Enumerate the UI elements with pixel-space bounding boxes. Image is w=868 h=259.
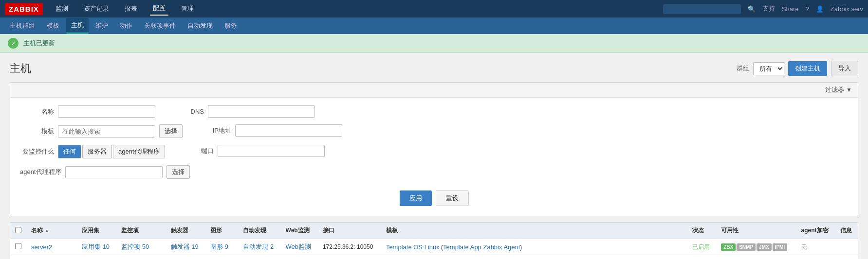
availability-cell: ZBXSNMPJMXIPMI	[716, 239, 796, 255]
template-label: 模板	[20, 127, 54, 136]
agent-select-button[interactable]: 选择	[166, 165, 190, 179]
monitor-agent-button[interactable]: agent代理程序	[113, 145, 165, 158]
avail-badges: ZBXSNMPJMXIPMI	[721, 243, 791, 251]
header-discovery[interactable]: 自动发现	[238, 223, 280, 239]
filter-group-ip: IP地址	[197, 124, 342, 137]
filter-body: 名称 DNS 模板 选择 IP地址	[10, 98, 858, 216]
info-cell	[835, 255, 858, 259]
header-name[interactable]: 名称 ▲	[26, 223, 77, 239]
global-search-input[interactable]	[663, 4, 741, 14]
nav-manage[interactable]: 管理	[178, 2, 197, 15]
ip-input[interactable]	[235, 124, 342, 137]
header-interface[interactable]: 接口	[318, 223, 381, 239]
interface-cell: 172.25.36.2: 10050	[318, 239, 381, 255]
logo: ZABBIX	[5, 3, 43, 15]
nav-monitor[interactable]: 监测	[53, 2, 71, 15]
filter-group-agent: agent代理程序 选择	[20, 165, 190, 179]
avail-badge-zbx: ZBX	[721, 243, 736, 251]
avail-badge-ipmi: IPMI	[773, 243, 788, 251]
table-header-row: 名称 ▲ 应用集 监控项 触发器 图形 自动发现 Web监测 接口 模板 状态 …	[10, 223, 858, 239]
template-cell: Template OS Linux (Template App Zabbix A…	[381, 239, 687, 255]
support-link[interactable]: 支持	[762, 4, 775, 13]
interface-cell: 172.25.36.3: 10050	[318, 255, 381, 259]
top-nav: ZABBIX 监测 资产记录 报表 配置 管理 🔍 支持 Share ? 👤 Z…	[0, 0, 868, 17]
header-appset[interactable]: 应用集	[77, 223, 116, 239]
nav-event-correlation[interactable]: 关联项事件	[139, 18, 181, 33]
filter-toggle[interactable]: 过滤器 ▼	[825, 86, 852, 94]
row-checkbox[interactable]	[15, 243, 21, 249]
template-input[interactable]	[58, 125, 155, 138]
nav-discovery[interactable]: 自动发现	[183, 18, 218, 33]
template-select-button[interactable]: 选择	[159, 124, 183, 138]
web-link[interactable]: Web监测	[286, 243, 312, 250]
apply-button[interactable]: 应用	[400, 190, 432, 206]
header-trigger[interactable]: 触发器	[166, 223, 205, 239]
nav-actions[interactable]: 动作	[115, 18, 137, 33]
dns-input[interactable]	[208, 105, 315, 118]
nav-host-groups[interactable]: 主机群组	[5, 18, 40, 33]
name-input[interactable]	[58, 105, 155, 118]
monitor-any-button[interactable]: 任何	[58, 145, 81, 158]
sort-arrow-name: ▲	[44, 228, 49, 233]
template-link[interactable]: Template OS Linux	[386, 243, 440, 251]
nav-hosts[interactable]: 主机	[66, 18, 89, 34]
info-cell	[835, 239, 858, 255]
alert-bar: ✓ 主机已更新	[0, 34, 868, 53]
nav-reports[interactable]: 报表	[122, 2, 140, 15]
header-availability[interactable]: 可用性	[716, 223, 796, 239]
monitor-item-link[interactable]: 监控项 50	[121, 243, 149, 250]
agent-label: agent代理程序	[20, 168, 61, 176]
graph-link[interactable]: 图形 9	[210, 243, 228, 250]
filter-group-monitor: 要监控什么 任何 服务器 agent代理程序	[20, 145, 165, 158]
nav-services[interactable]: 服务	[220, 18, 242, 33]
user-link[interactable]: 👤	[816, 5, 824, 13]
header-info[interactable]: 信息	[835, 223, 858, 239]
server-name: Zabbix serv	[831, 5, 863, 13]
availability-cell: ZBXSNMPJMXIPMI	[716, 255, 796, 259]
filter-actions: 应用 重设	[20, 186, 848, 208]
host-name-link[interactable]: server2	[31, 243, 52, 251]
template-link[interactable]: Template App Zabbix Agent	[443, 243, 520, 251]
status-badge: 已启用	[692, 243, 710, 250]
name-label: 名称	[20, 107, 54, 116]
filter-group-template: 模板 选择	[20, 124, 183, 138]
filter-icon: ▼	[846, 86, 852, 93]
help-link[interactable]: ?	[806, 5, 809, 13]
share-link[interactable]: Share	[782, 5, 799, 13]
monitor-server-button[interactable]: 服务器	[82, 145, 112, 158]
reset-button[interactable]: 重设	[436, 190, 469, 206]
dns-label: DNS	[170, 108, 204, 115]
select-all-checkbox[interactable]	[15, 227, 21, 233]
header-monitor-item[interactable]: 监控项	[116, 223, 166, 239]
group-select[interactable]: 所有	[753, 62, 784, 75]
group-label: 群组	[737, 64, 749, 73]
filter-row-4: agent代理程序 选择	[20, 165, 848, 179]
import-button[interactable]: 导入	[831, 61, 858, 76]
nav-config[interactable]: 配置	[150, 2, 168, 16]
header-template[interactable]: 模板	[381, 223, 687, 239]
filter-label-text: 过滤器	[825, 86, 844, 94]
filter-group-name: 名称	[20, 105, 155, 118]
discovery-link[interactable]: 自动发现 2	[243, 243, 274, 250]
app-set-link[interactable]: 应用集 10	[82, 243, 110, 250]
search-icon[interactable]: 🔍	[748, 5, 756, 13]
header-encrypt[interactable]: agent加密	[796, 223, 835, 239]
page-title: 主机	[10, 61, 31, 76]
header-status[interactable]: 状态	[687, 223, 716, 239]
create-host-button[interactable]: 创建主机	[788, 61, 827, 76]
alert-text: 主机已更新	[23, 39, 55, 48]
nav-maintenance[interactable]: 维护	[91, 18, 113, 33]
top-nav-right: 🔍 支持 Share ? 👤 Zabbix serv	[663, 4, 863, 14]
nav-templates[interactable]: 模板	[42, 18, 64, 33]
second-nav: 主机群组 模板 主机 维护 动作 关联项事件 自动发现 服务	[0, 17, 868, 34]
filter-group-port: 端口	[180, 145, 325, 157]
nav-assets[interactable]: 资产记录	[81, 2, 112, 15]
port-input[interactable]	[218, 145, 325, 157]
trigger-link[interactable]: 触发器 19	[171, 243, 199, 250]
header-graph[interactable]: 图形	[205, 223, 238, 239]
filter-panel-header: 过滤器 ▼	[10, 83, 858, 98]
table-row: server3应用集 10监控项 46触发器 19图形 8自动发现 2Web监测…	[10, 255, 858, 259]
table-row: server2应用集 10监控项 50触发器 19图形 9自动发现 2Web监测…	[10, 239, 858, 255]
header-web[interactable]: Web监测	[281, 223, 318, 239]
agent-input[interactable]	[65, 166, 163, 178]
